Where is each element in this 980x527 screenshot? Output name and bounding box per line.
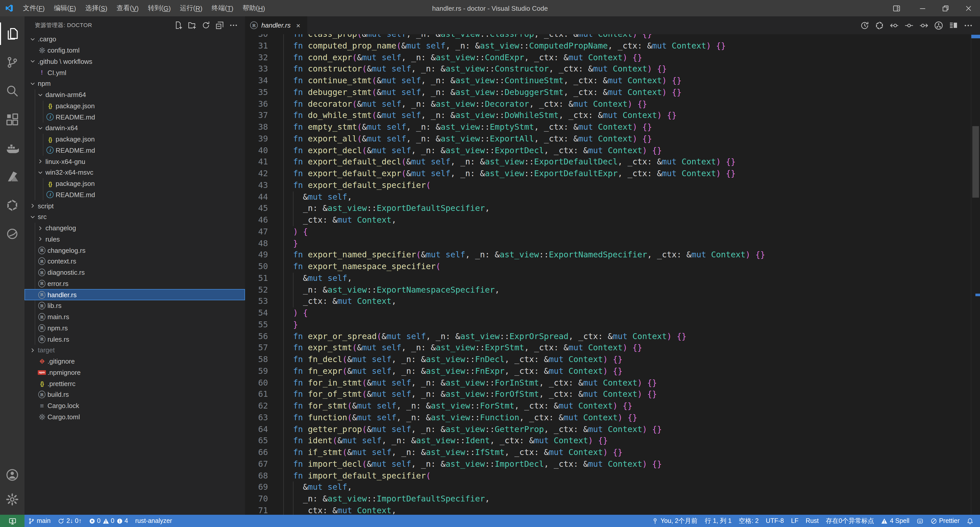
- collapse-folders-icon[interactable]: [215, 21, 224, 29]
- editor-scrollbar[interactable]: [971, 34, 980, 515]
- menu-s[interactable]: 选择(S): [81, 0, 112, 16]
- status-remote-indicator[interactable]: [0, 515, 24, 527]
- tree-item-.github-workflows[interactable]: .github \ workflows: [24, 56, 245, 67]
- chevron-down-icon: [30, 81, 36, 87]
- activity-search[interactable]: [0, 76, 24, 105]
- status-eol[interactable]: LF: [788, 515, 802, 527]
- line-number: 35: [245, 87, 268, 99]
- status-git-branch[interactable]: main: [24, 515, 54, 527]
- activity-leaf-tool-extension[interactable]: [0, 220, 24, 248]
- tree-item-diagnostic.rs[interactable]: Rdiagnostic.rs: [24, 267, 245, 278]
- tree-item-src[interactable]: src: [24, 212, 245, 223]
- tree-item-.gitignore[interactable]: .gitignore: [24, 356, 245, 367]
- activity-explorer[interactable]: [0, 19, 24, 48]
- status-indentation[interactable]: 空格: 2: [735, 515, 762, 527]
- tree-item-linux-x64-gnu[interactable]: linux-x64-gnu: [24, 156, 245, 167]
- tree-item-npm.rs[interactable]: Rnpm.rs: [24, 323, 245, 334]
- tree-item-package.json[interactable]: {}package.json: [24, 100, 245, 111]
- close-button[interactable]: [957, 0, 980, 16]
- status-spell-checker[interactable]: 4 Spell: [878, 515, 913, 527]
- tree-item-script[interactable]: script: [24, 201, 245, 212]
- tree-item-readme.md[interactable]: iREADME.md: [24, 111, 245, 123]
- tree-item-config.toml[interactable]: config.toml: [24, 45, 245, 56]
- tree-item-error.rs[interactable]: Rerror.rs: [24, 278, 245, 289]
- tree-item-main.rs[interactable]: Rmain.rs: [24, 312, 245, 323]
- tree-item-package.json[interactable]: {}package.json: [24, 178, 245, 189]
- status-face-extension[interactable]: [913, 515, 927, 527]
- refresh-explorer-icon[interactable]: [202, 21, 210, 29]
- status-cursor-position[interactable]: 行 1, 列 1: [701, 515, 735, 527]
- menu-v[interactable]: 查看(V): [112, 0, 143, 16]
- commit-graph-icon[interactable]: [934, 21, 943, 30]
- menu-h[interactable]: 帮助(H): [238, 0, 270, 16]
- code-editor[interactable]: 30 fn class_prop(&mut self, _n: &ast_vie…: [245, 34, 980, 515]
- status-language-mode[interactable]: Rust: [802, 515, 822, 527]
- tree-item-.prettierrc[interactable]: {}.prettierrc: [24, 378, 245, 389]
- tree-item-changelog[interactable]: changelog: [24, 223, 245, 234]
- status-notifications[interactable]: [963, 515, 977, 527]
- tree-item-cargo.toml[interactable]: Cargo.toml: [24, 411, 245, 423]
- tree-item-changelog.rs[interactable]: Rchangelog.rs: [24, 245, 245, 256]
- menu-r[interactable]: 运行(R): [175, 0, 207, 16]
- tree-item-.npmignore[interactable]: npm.npmignore: [24, 367, 245, 378]
- open-changes-icon[interactable]: [949, 21, 958, 30]
- menu-t[interactable]: 终端(T): [207, 0, 238, 16]
- activity-settings[interactable]: [0, 487, 24, 512]
- tree-item-target[interactable]: target: [24, 345, 245, 356]
- previous-commit-icon[interactable]: [890, 21, 899, 30]
- restore-button[interactable]: [934, 0, 957, 16]
- tree-item-darwin-arm64[interactable]: darwin-arm64: [24, 89, 245, 100]
- tree-item-readme.md[interactable]: iREADME.md: [24, 189, 245, 201]
- tab-handler-rs[interactable]: R handler.rs ×: [245, 16, 307, 34]
- extension-pinwheel-icon[interactable]: [875, 21, 884, 30]
- tree-item-label: .prettierrc: [48, 380, 76, 387]
- tree-item-context.rs[interactable]: Rcontext.rs: [24, 256, 245, 267]
- status-encoding[interactable]: UTF-8: [762, 515, 788, 527]
- status-problems[interactable]: 004: [85, 515, 132, 527]
- menu-f[interactable]: 文件(F): [18, 0, 49, 16]
- status-gitlens-blame[interactable]: You, 2个月前: [648, 515, 701, 527]
- tree-item-.cargo[interactable]: .cargo: [24, 34, 245, 45]
- tree-item-build.rs[interactable]: Rbuild.rs: [24, 389, 245, 400]
- next-commit-icon[interactable]: [919, 21, 928, 30]
- tree-item-lib.rs[interactable]: Rlib.rs: [24, 300, 245, 312]
- activity-accounts[interactable]: [0, 463, 24, 487]
- layout-toggle-button[interactable]: [885, 0, 908, 16]
- new-file-icon[interactable]: [174, 21, 183, 29]
- timeline-icon[interactable]: [860, 21, 869, 30]
- tree-item-rules.rs[interactable]: Rrules.rs: [24, 334, 245, 345]
- tree-item-rules[interactable]: rules: [24, 234, 245, 245]
- code-line-34: 34 fn continue_stmt(&mut self, _n: &ast_…: [245, 75, 971, 87]
- activity-docker[interactable]: [0, 134, 24, 162]
- tab-close-icon[interactable]: ×: [294, 21, 302, 29]
- tree-item-label: config.toml: [48, 46, 80, 54]
- minimize-button[interactable]: [911, 0, 934, 16]
- tree-item-darwin-x64[interactable]: darwin-x64: [24, 123, 245, 134]
- status-git-sync[interactable]: 2↓ 0↑: [54, 515, 85, 527]
- scrollbar-thumb[interactable]: [972, 126, 979, 197]
- line-number: 57: [245, 342, 268, 354]
- menu-g[interactable]: 转到(G): [143, 0, 175, 16]
- status-prettier[interactable]: Prettier: [927, 515, 963, 527]
- tree-item-npm[interactable]: npm: [24, 78, 245, 89]
- rust-file-icon: R: [38, 280, 45, 287]
- vscode-window: 文件(F)编辑(E)选择(S)查看(V)转到(G)运行(R)终端(T)帮助(H)…: [0, 0, 980, 527]
- tree-item-readme.md[interactable]: iREADME.md: [24, 145, 245, 156]
- new-folder-icon[interactable]: [188, 21, 197, 29]
- tree-item-package.json[interactable]: {}package.json: [24, 134, 245, 145]
- tree-item-handler.rs[interactable]: Rhandler.rs: [24, 289, 245, 301]
- status-rust-analyzer-status[interactable]: rust-analyzer: [132, 515, 176, 527]
- tree-item-win32-x64-msvc[interactable]: win32-x64-msvc: [24, 167, 245, 178]
- activity-extensions[interactable]: [0, 105, 24, 134]
- activity-hex-extension[interactable]: [0, 191, 24, 220]
- status-abnormal-punctuation[interactable]: 存在0个异常标点: [822, 515, 878, 527]
- more-editor-actions-icon[interactable]: [964, 21, 973, 30]
- tree-item-ci.yml[interactable]: !CI.yml: [24, 67, 245, 78]
- menu-e[interactable]: 编辑(E): [49, 0, 81, 16]
- activity-source-control[interactable]: [0, 48, 24, 76]
- explorer-sidebar: 资源管理器: DOCTOR .cargoconfig.toml.github \…: [24, 16, 245, 515]
- tree-item-cargo.lock[interactable]: ≡Cargo.lock: [24, 400, 245, 412]
- current-commit-icon[interactable]: [904, 21, 914, 30]
- activity-azure[interactable]: [0, 162, 24, 191]
- more-actions-icon[interactable]: [229, 21, 238, 29]
